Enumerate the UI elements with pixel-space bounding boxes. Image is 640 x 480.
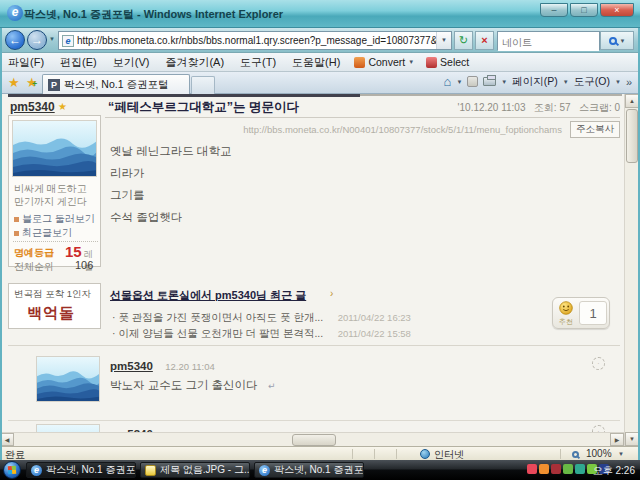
profile-box: 비싸게 매도하고 만기까지 게긴다 블로그 둘러보기 최근글보기 명예등급 15… [8, 115, 101, 267]
select-button[interactable]: Select [420, 56, 475, 68]
comment-header: pm5340 12.20 11:04 [110, 356, 215, 374]
comment-stamp-icon[interactable]: · [592, 425, 605, 432]
recent-post-item[interactable]: · 이제 양넘들 선물 오천개만 더 팔면 본격적... 2011/04/22 … [112, 323, 411, 341]
favorites-center-icon[interactable]: ★ [8, 75, 20, 90]
command-bar: ⌂ ▼ ▼ 페이지(P) ▼ 도구(O) ▼ » [444, 74, 632, 89]
search-dropdown-icon[interactable]: ▼ [620, 38, 626, 44]
post-meta: '10.12.20 11:03 조회: 57 스크랩: 0 [458, 101, 620, 115]
convert-dropdown-icon[interactable]: ▼ [408, 59, 414, 65]
menu-file[interactable]: 파일(F) [0, 55, 52, 70]
start-button[interactable] [3, 461, 21, 479]
scroll-up-icon[interactable]: ▲ [625, 94, 639, 108]
address-bar[interactable]: e ▼ [58, 31, 452, 50]
tray-icon[interactable] [575, 464, 585, 474]
menu-edit[interactable]: 편집(E) [52, 55, 105, 70]
zoom-level[interactable]: 100% [586, 448, 612, 459]
menu-tools[interactable]: 도구(T) [232, 55, 284, 70]
post-scrap: 스크랩: 0 [579, 102, 620, 113]
tab-favicon-icon: P [48, 79, 60, 91]
windows-logo-icon [8, 466, 17, 475]
taskbar-clock: 오후 2:26 [593, 464, 635, 478]
post-author-link[interactable]: pm5340 [10, 100, 55, 114]
minimize-button[interactable]: ‒ [540, 3, 568, 17]
tray-icon[interactable] [539, 464, 549, 474]
internet-zone-icon [420, 449, 430, 459]
zoom-dropdown-icon[interactable]: ▼ [618, 451, 624, 457]
profile-blog-link[interactable]: 블로그 둘러보기 [14, 212, 95, 226]
add-favorite-icon[interactable]: ★+ [26, 75, 38, 90]
taskbar-button-paxnet-2[interactable]: e 팍스넷, No.1 증권포... [254, 462, 364, 478]
mountain-avatar-image [37, 357, 100, 402]
page-menu-button[interactable]: 페이지(P) [512, 75, 558, 89]
zoom-icon[interactable] [572, 451, 579, 458]
vertical-scroll-thumb[interactable] [626, 109, 638, 163]
address-dropdown-icon[interactable]: ▼ [436, 32, 451, 49]
stop-button[interactable]: × [475, 31, 494, 50]
page-header-remnant [8, 94, 360, 97]
scroll-right-icon[interactable]: ▶ [610, 433, 624, 446]
home-icon[interactable]: ⌂ [444, 74, 452, 89]
maximize-button[interactable]: □ [570, 3, 598, 17]
comment-body: 박노자 교수도 그기 출신이다 ↵ [110, 375, 276, 393]
back-button[interactable]: ← [5, 30, 25, 50]
page-dropdown-icon[interactable]: ▼ [563, 79, 569, 85]
tools-dropdown-icon[interactable]: ▼ [615, 79, 621, 85]
recommend-label: 추천 [555, 319, 577, 325]
page-favicon-icon: e [62, 35, 74, 47]
banner-box[interactable]: 변곡점 포착 1인자 백억돌 [8, 283, 101, 329]
tray-icon[interactable] [563, 464, 573, 474]
scroll-left-icon[interactable]: ◀ [0, 433, 14, 446]
print-dropdown-icon[interactable]: ▼ [501, 79, 507, 85]
window-title: 팍스넷, No.1 증권포털 - Windows Internet Explor… [24, 7, 283, 22]
convert-icon [354, 57, 365, 68]
tools-menu-button[interactable]: 도구(O) [574, 75, 610, 89]
tray-icon[interactable] [551, 464, 561, 474]
recent-arrow-icon: › [330, 288, 333, 299]
print-icon[interactable] [483, 77, 496, 86]
comment-stamp-icon[interactable]: · [592, 357, 605, 370]
vertical-scrollbar[interactable]: ▲ ▼ [624, 94, 638, 446]
copy-url-button[interactable]: 주소복사 [570, 121, 620, 138]
post-date: '10.12.20 11:03 [458, 102, 526, 113]
search-button[interactable]: ▼ [600, 31, 634, 50]
mountain-avatar-image [37, 425, 100, 432]
profile-divider [13, 241, 98, 242]
convert-button[interactable]: Convert ▼ [348, 56, 420, 68]
recent-posts-heading[interactable]: 선물옵션 토론실에서 pm5340님 최근 글 [110, 288, 306, 303]
search-box[interactable] [497, 31, 600, 50]
taskbar-button-image-viewer[interactable]: 제목 없음.JPG - 그... [140, 462, 250, 478]
taskbar-button-paxnet-1[interactable]: e 팍스넷, No.1 증권포... [26, 462, 136, 478]
title-divider [105, 117, 620, 118]
page-content: pm5340 ★ “페테스부르그대학교”는 명문이다 '10.12.20 11:… [0, 94, 640, 432]
rank-label: 전체순위 [14, 260, 54, 274]
close-button[interactable]: × [600, 3, 634, 17]
home-dropdown-icon[interactable]: ▼ [456, 79, 462, 85]
menu-help[interactable]: 도움말(H) [284, 55, 348, 70]
search-input[interactable] [498, 34, 599, 51]
section-divider [8, 345, 620, 346]
comment-author-link[interactable]: pm5340 [110, 360, 153, 372]
page-header-remnant-light [360, 94, 622, 96]
post-body-line: 옛날 레닌그라드 대학교 [110, 144, 231, 159]
feed-icon[interactable] [467, 76, 478, 87]
title-bar: e 팍스넷, No.1 증권포털 - Windows Internet Expl… [0, 0, 640, 28]
forward-button[interactable]: → [27, 30, 47, 50]
tab-paxnet[interactable]: P 팍스넷, No.1 증권포털 [42, 74, 190, 94]
honor-grade-label: 명예등급 [14, 246, 54, 260]
menu-favorites[interactable]: 즐겨찾기(A) [157, 55, 232, 70]
tray-icon[interactable] [527, 464, 537, 474]
recent-post-date: 2011/04/22 15:58 [338, 328, 411, 339]
ie-icon: e [31, 465, 42, 476]
history-dropdown-icon[interactable]: ▼ [49, 36, 55, 42]
horizontal-scrollbar[interactable]: ◀ ▶ [0, 432, 624, 446]
recommend-widget[interactable]: 추천 1 [552, 297, 610, 329]
profile-recent-link[interactable]: 최근글보기 [14, 226, 72, 240]
new-tab-stub[interactable] [191, 76, 215, 94]
refresh-button[interactable]: ↻ [454, 31, 473, 50]
address-input[interactable] [77, 35, 436, 46]
toolbar-overflow-icon[interactable]: » [626, 76, 632, 88]
menu-view[interactable]: 보기(V) [105, 55, 158, 70]
scroll-down-icon[interactable]: ▼ [625, 432, 639, 446]
horizontal-scroll-thumb[interactable] [292, 434, 336, 446]
ie-window: e 팍스넷, No.1 증권포털 - Windows Internet Expl… [0, 0, 640, 480]
